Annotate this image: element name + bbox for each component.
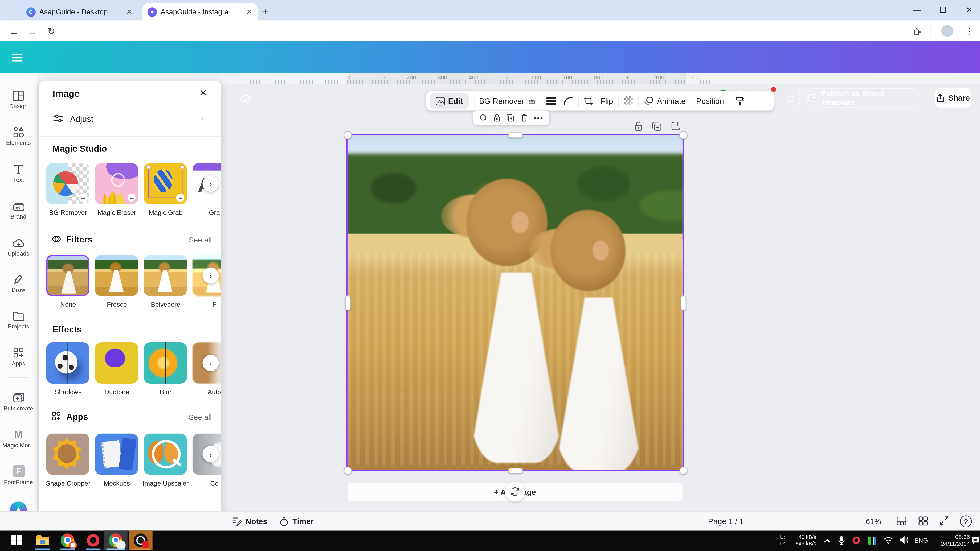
sidebar-item-projects[interactable]: Projects <box>0 308 37 339</box>
color-roller-icon[interactable] <box>735 96 745 105</box>
tab-close-icon[interactable]: ✕ <box>126 8 133 16</box>
sidebar-item-magic-morph[interactable]: M Magic Mor... <box>0 427 37 458</box>
apps-see-all[interactable]: See all <box>189 413 212 422</box>
resize-handle-sw[interactable] <box>344 467 352 475</box>
crop-icon[interactable] <box>584 96 593 105</box>
adjust-levels-icon[interactable] <box>546 97 556 105</box>
notes-button[interactable]: Notes <box>245 517 267 526</box>
lock-icon[interactable] <box>632 121 644 131</box>
duplicate-page-icon[interactable] <box>651 121 663 131</box>
effect-blur[interactable] <box>144 342 187 384</box>
publish-label: Publish as Brand Template <box>821 89 917 106</box>
window-restore-icon[interactable]: ❐ <box>934 4 952 16</box>
sidebar-item-design[interactable]: Design <box>0 87 37 119</box>
app-mockups[interactable] <box>95 433 138 475</box>
app-shape-cropper[interactable] <box>46 433 89 475</box>
close-icon[interactable]: ✕ <box>196 86 210 100</box>
browser-toolbar: ← → ↻ canva.com/design/DAGVNLBxLZM/i8mMh… <box>0 21 980 41</box>
delete-icon[interactable] <box>520 114 528 122</box>
resize-handle-w[interactable] <box>345 295 351 310</box>
sidebar-item-apps[interactable]: Apps <box>0 345 37 376</box>
card-label: Duotone <box>93 388 141 396</box>
opera-tray-icon[interactable] <box>851 535 861 545</box>
more-options-icon[interactable]: ••• <box>534 113 544 122</box>
reload-icon[interactable]: ↻ <box>45 25 57 37</box>
language-indicator[interactable]: ENG <box>915 537 928 544</box>
resize-handle-nw[interactable] <box>344 131 352 140</box>
share-button[interactable]: Share <box>935 88 971 108</box>
comments-button[interactable] <box>779 89 800 108</box>
magic-studio-magic-grab[interactable] <box>144 163 187 205</box>
animate-button[interactable]: Animate <box>657 97 686 105</box>
tab-desktop-wallpaper[interactable]: C AsapGuide - Desktop Wallpape ✕ <box>21 3 138 21</box>
effect-duotone[interactable] <box>95 342 138 384</box>
tab-instagram-post[interactable]: ♥ AsapGuide - Instagram Post ✕ <box>142 3 258 21</box>
sidebar-item-elements[interactable]: Elements <box>0 124 37 156</box>
position-button[interactable]: Position <box>696 97 724 105</box>
filters-see-all[interactable]: See all <box>189 236 212 245</box>
chrome-active-icon[interactable] <box>104 530 127 550</box>
carousel-next-icon[interactable]: › <box>202 267 219 284</box>
resize-handle-s[interactable] <box>508 468 523 473</box>
add-page-icon[interactable] <box>670 121 681 131</box>
effect-shadows[interactable] <box>46 342 89 384</box>
timer-button[interactable]: Timer <box>293 517 313 526</box>
app-image-upscaler[interactable] <box>144 433 187 475</box>
help-icon[interactable]: ? <box>960 515 972 527</box>
app-tray-icon[interactable] <box>867 535 877 545</box>
window-minimize-icon[interactable]: — <box>908 4 926 16</box>
chrome-icon[interactable] <box>57 530 78 550</box>
carousel-next-icon[interactable]: › <box>202 175 219 192</box>
new-tab-icon[interactable]: + <box>260 5 271 16</box>
lock-icon[interactable] <box>493 114 500 122</box>
hamburger-menu-icon[interactable] <box>10 52 24 63</box>
filter-fresco[interactable] <box>95 255 138 296</box>
resize-handle-n[interactable] <box>508 133 523 138</box>
window-close-icon[interactable]: ✕ <box>960 4 978 16</box>
browser-menu-icon[interactable]: ⋮ <box>964 25 974 36</box>
resize-handle-e[interactable] <box>681 295 686 310</box>
bg-remover-button[interactable]: BG Remover <box>479 97 524 105</box>
back-icon[interactable]: ← <box>8 25 20 37</box>
microphone-icon[interactable] <box>836 535 846 546</box>
obs-recording-icon[interactable] <box>129 530 152 550</box>
flip-button[interactable]: Flip <box>600 97 613 105</box>
opera-icon[interactable] <box>83 530 103 550</box>
sidebar-item-text[interactable]: Text <box>0 161 37 192</box>
sidebar-item-brand[interactable]: co Brand <box>0 198 37 229</box>
pages-view-icon[interactable] <box>896 516 907 526</box>
forward-icon[interactable]: → <box>26 25 39 37</box>
fullscreen-icon[interactable] <box>939 516 948 526</box>
resize-handle-ne[interactable] <box>679 131 687 140</box>
sidebar-item-bulk-create[interactable]: Bulk create <box>0 390 37 421</box>
filter-belvedere[interactable] <box>144 255 187 296</box>
sidebar-item-fontframe[interactable]: F FontFrame <box>0 464 37 495</box>
profile-avatar[interactable] <box>941 25 953 37</box>
canvas-page[interactable] <box>347 135 682 470</box>
edit-button[interactable]: Edit <box>430 93 469 109</box>
carousel-next-icon[interactable]: › <box>202 446 219 462</box>
notification-center-icon[interactable] <box>971 535 980 545</box>
carousel-next-icon[interactable]: › <box>202 355 219 371</box>
resize-handle-se[interactable] <box>679 467 687 475</box>
adjust-row[interactable]: Adjust › <box>39 110 221 131</box>
duplicate-icon[interactable] <box>506 114 514 122</box>
curve-icon[interactable] <box>564 97 573 105</box>
file-explorer-icon[interactable] <box>32 530 52 550</box>
magic-studio-bg-remover[interactable] <box>46 163 89 205</box>
extensions-icon[interactable] <box>911 25 923 37</box>
wifi-icon[interactable] <box>883 535 894 545</box>
clock[interactable]: 08:36 24/11/2024 <box>935 534 970 547</box>
publish-brand-template-button[interactable]: Publish as Brand Template <box>807 88 918 108</box>
magic-studio-magic-eraser[interactable] <box>95 163 138 205</box>
filter-none[interactable] <box>46 255 89 296</box>
sidebar-item-draw[interactable]: Draw <box>0 271 37 302</box>
transparency-icon[interactable] <box>624 96 633 105</box>
tab-close-icon[interactable]: ✕ <box>247 8 253 16</box>
sidebar-item-uploads[interactable]: Uploads <box>0 235 37 266</box>
grid-view-icon[interactable] <box>918 516 928 526</box>
start-button[interactable] <box>5 530 27 550</box>
speaker-icon[interactable] <box>899 535 910 545</box>
comment-icon[interactable] <box>479 114 487 122</box>
tray-expand-icon[interactable] <box>822 537 831 544</box>
